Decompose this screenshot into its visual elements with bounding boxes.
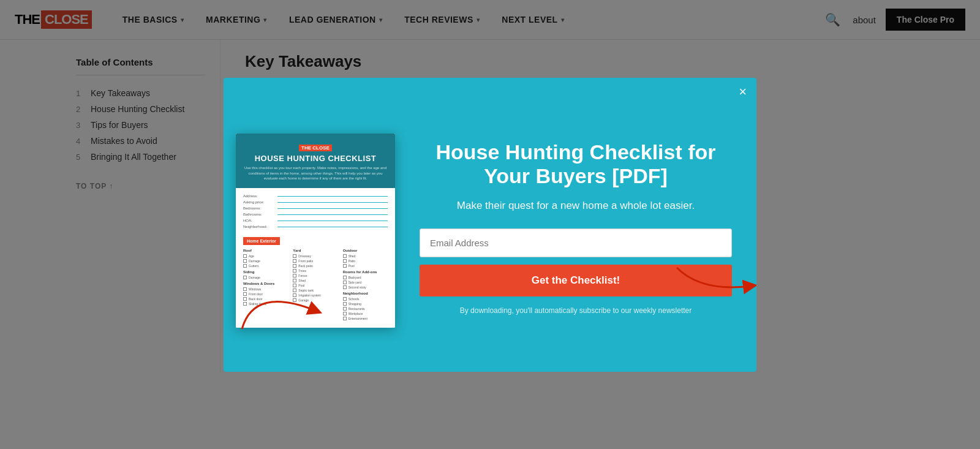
checkbox-icon <box>343 264 347 268</box>
field-row: Neighborhood: <box>243 225 388 228</box>
modal-disclaimer: By downloading, you'll automatically sub… <box>420 305 732 316</box>
checklist-item: Backyard <box>343 276 388 279</box>
field-line <box>277 227 388 227</box>
section-header-red: Home Exterior <box>243 237 280 245</box>
field-label: Address: <box>243 194 274 198</box>
checklist-item: Shopping <box>343 302 388 306</box>
field-row: Bathrooms: <box>243 213 388 216</box>
checklist-item: Gutters <box>243 264 288 268</box>
modal-title: House Hunting Checklist for Your Buyers … <box>420 140 732 188</box>
checklist-item: Patio <box>343 259 388 263</box>
checkbox-icon <box>343 259 347 263</box>
checkbox-icon <box>293 269 296 273</box>
checklist-item: Trees <box>293 269 337 273</box>
field-line <box>277 214 388 215</box>
modal-close-button[interactable]: × <box>739 85 747 99</box>
checklist-fields: Address: Asking price: Bedrooms: Ba <box>243 194 388 228</box>
email-input[interactable] <box>420 228 732 257</box>
field-row: Asking price: <box>243 200 388 204</box>
checklist-item: Schools <box>343 297 388 301</box>
field-label: Neighborhood: <box>243 225 274 228</box>
checkbox-icon <box>343 285 347 289</box>
checklist-item: Back patio <box>293 264 337 268</box>
checkbox-icon <box>343 302 347 306</box>
col-title: Neighborhood <box>343 292 388 295</box>
field-line <box>277 208 388 209</box>
field-label: Bedrooms: <box>243 206 274 210</box>
modal: × THE CLOSE HOUSE HUNTING CHECKLIST Use … <box>224 78 756 372</box>
checkbox-icon <box>243 264 247 268</box>
checklist-item: Damage <box>243 259 288 263</box>
field-label: Bathrooms: <box>243 213 274 216</box>
checkbox-icon <box>293 259 296 263</box>
field-line <box>277 221 388 221</box>
checklist-item: Side yard <box>343 281 388 284</box>
checklist-item: Restaurants <box>343 307 388 311</box>
col-title: Rooms for Add-ons <box>343 270 388 274</box>
red-arrow-left <box>230 274 340 335</box>
modal-overlay[interactable]: × THE CLOSE HOUSE HUNTING CHECKLIST Use … <box>0 0 980 373</box>
checkbox-icon <box>343 276 347 279</box>
checklist-item: Driveway <box>293 254 337 258</box>
checklist-item: Workplace <box>343 312 388 315</box>
checklist-item: Pool <box>343 264 388 268</box>
col-title: Yard <box>293 249 337 252</box>
col-title: Roof <box>243 249 288 252</box>
checklist-header: THE CLOSE HOUSE HUNTING CHECKLIST Use th… <box>236 134 395 189</box>
field-line <box>277 196 388 197</box>
checkbox-icon <box>293 264 296 268</box>
field-line <box>277 202 388 203</box>
modal-left: THE CLOSE HOUSE HUNTING CHECKLIST Use th… <box>224 78 407 372</box>
checkbox-icon <box>343 307 347 311</box>
field-label: HOA: <box>243 219 274 222</box>
checklist-item: Entertainment <box>343 317 388 320</box>
checklist-item: Front patio <box>293 259 337 263</box>
checklist-col-3: Outdoor Shed Patio Pool Rooms for Add-on… <box>343 249 388 322</box>
checkbox-icon <box>243 254 247 258</box>
field-row: Address: <box>243 194 388 198</box>
checkbox-icon <box>293 254 296 258</box>
checkbox-icon <box>343 312 347 315</box>
modal-right: House Hunting Checklist for Your Buyers … <box>407 78 756 372</box>
field-row: HOA: <box>243 219 388 222</box>
red-arrow-right <box>665 255 756 304</box>
checklist-heading: HOUSE HUNTING CHECKLIST <box>244 154 386 164</box>
field-row: Bedrooms: <box>243 206 388 210</box>
checkbox-icon <box>343 297 347 301</box>
checkbox-icon <box>343 317 347 320</box>
col-title: Outdoor <box>343 249 388 252</box>
checkbox-icon <box>343 254 347 258</box>
checklist-sub: Use this checklist as you tour each prop… <box>244 165 386 181</box>
checklist-logo: THE CLOSE <box>299 145 332 151</box>
field-label: Asking price: <box>243 200 274 204</box>
checklist-item: Age <box>243 254 288 258</box>
checklist-item: Second story <box>343 285 388 289</box>
checkbox-icon <box>243 259 247 263</box>
modal-subtitle: Make their quest for a new home a whole … <box>420 198 732 214</box>
checkbox-icon <box>343 281 347 284</box>
checklist-item: Shed <box>343 254 388 258</box>
